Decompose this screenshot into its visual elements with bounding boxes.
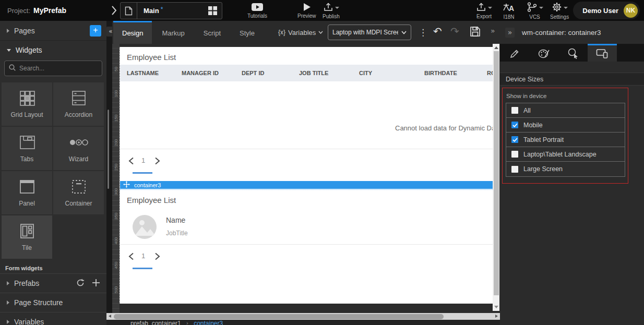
scroll-left-arrow-icon[interactable] bbox=[109, 315, 111, 318]
publish-button[interactable]: Publish bbox=[323, 2, 340, 20]
device-row-large-screen[interactable]: Large Screen bbox=[506, 162, 625, 176]
list-item-subtitle: JobTitle bbox=[166, 230, 188, 237]
next-page-icon[interactable] bbox=[154, 157, 160, 167]
scroll-down-arrow-icon[interactable] bbox=[494, 306, 498, 308]
tile-icon bbox=[18, 223, 36, 239]
variables-x-icon: {x} bbox=[278, 29, 285, 36]
device-row-mobile[interactable]: Mobile bbox=[506, 118, 625, 133]
tab-styles[interactable] bbox=[529, 44, 558, 62]
device-row-laptop-tablet-landscape[interactable]: Laptop\Tablet Landscape bbox=[506, 147, 625, 162]
checkbox-mobile[interactable] bbox=[511, 122, 518, 128]
palette-icon bbox=[538, 49, 550, 59]
tab-properties[interactable] bbox=[500, 44, 529, 62]
export-button[interactable]: Export bbox=[476, 2, 492, 20]
widget-tile-container[interactable]: Container bbox=[53, 171, 104, 214]
prev-page-icon[interactable] bbox=[128, 252, 134, 262]
add-prefab-icon[interactable] bbox=[92, 279, 100, 288]
collapsed-arrow-icon bbox=[7, 29, 9, 33]
form-widgets-label: Form widgets bbox=[0, 259, 106, 273]
wavemaker-studio: Project: MyPrefab Main * Tutorials bbox=[0, 0, 644, 325]
settings-button[interactable]: Settings bbox=[550, 2, 569, 20]
more-options-kebab[interactable]: ⋮ bbox=[419, 27, 427, 38]
widget-tile-panel[interactable]: Panel bbox=[2, 171, 52, 214]
widget-tile-grid-layout[interactable]: Grid Layout bbox=[2, 82, 52, 126]
pages-section-label: Pages bbox=[14, 27, 35, 35]
add-page-button[interactable]: + bbox=[90, 25, 101, 37]
move-handle-icon[interactable] bbox=[123, 180, 130, 190]
checkbox-tablet-portrait[interactable] bbox=[511, 136, 518, 143]
i18n-button[interactable]: A I18N bbox=[502, 2, 516, 20]
page-tab-main[interactable]: Main * bbox=[120, 2, 222, 19]
tutorials-button[interactable]: Tutorials bbox=[247, 2, 267, 20]
chevron-right-icon[interactable] bbox=[111, 5, 117, 18]
pages-grid-icon[interactable] bbox=[208, 6, 217, 15]
tab-script[interactable]: Script bbox=[195, 21, 230, 44]
canvas-vertical-scrollbar[interactable] bbox=[493, 44, 499, 311]
vertical-scrollbar-thumb[interactable] bbox=[494, 51, 499, 295]
sidebar-scrollbar-thumb[interactable] bbox=[108, 110, 109, 189]
widget-tile-tile[interactable]: Tile bbox=[2, 215, 52, 259]
undo-button[interactable]: ↶ bbox=[433, 25, 442, 38]
devices-icon bbox=[596, 49, 609, 58]
sidebar-section-variables[interactable]: Variables bbox=[0, 312, 106, 325]
datatable-header[interactable]: LASTNAME MANAGER ID DEPT ID JOB TITLE CI… bbox=[120, 65, 493, 81]
expand-panel-button[interactable]: » bbox=[505, 28, 515, 38]
sidebar-section-pages[interactable]: Pages + bbox=[0, 21, 106, 41]
breadcrumb-current[interactable]: container3 bbox=[194, 320, 223, 325]
canvas-horizontal-scrollbar[interactable] bbox=[106, 313, 500, 320]
checkbox-laptop-tablet-landscape[interactable] bbox=[511, 151, 518, 158]
vcs-button[interactable]: VCS bbox=[526, 2, 543, 20]
sidebar-section-widgets[interactable]: Widgets bbox=[0, 41, 106, 59]
page-doc-icon[interactable] bbox=[121, 3, 137, 19]
properties-tabs bbox=[500, 44, 644, 62]
user-menu[interactable]: Demo User NK bbox=[573, 2, 640, 19]
column-header: LASTNAME bbox=[127, 70, 182, 76]
tab-device-sizes[interactable] bbox=[588, 44, 617, 62]
widget-tile-label: Panel bbox=[19, 200, 35, 207]
refresh-icon[interactable] bbox=[76, 279, 85, 288]
settings-label: Settings bbox=[550, 14, 569, 20]
tab-design[interactable]: Design bbox=[113, 21, 152, 44]
checkbox-all[interactable] bbox=[511, 107, 518, 114]
scroll-right-arrow-icon[interactable] bbox=[495, 315, 498, 318]
prev-page-icon[interactable] bbox=[128, 157, 134, 167]
tab-markup[interactable]: Markup bbox=[153, 21, 193, 44]
horizontal-scrollbar-thumb[interactable] bbox=[114, 314, 444, 319]
scroll-up-arrow-icon[interactable] bbox=[494, 46, 498, 49]
device-label: All bbox=[523, 107, 531, 114]
project-label: Project: bbox=[7, 7, 30, 15]
page-tab-label: Main bbox=[144, 7, 159, 15]
variables-dropdown[interactable]: {x} Variables bbox=[278, 21, 323, 44]
page-number[interactable]: 1 bbox=[141, 157, 145, 164]
list-item[interactable]: Name JobTitle bbox=[120, 208, 493, 244]
chevron-down-icon bbox=[401, 31, 407, 34]
next-page-icon[interactable] bbox=[154, 252, 160, 262]
device-row-all[interactable]: All bbox=[506, 103, 625, 118]
device-row-tablet-portrait[interactable]: Tablet Portrait bbox=[506, 133, 625, 147]
widget-search[interactable] bbox=[4, 61, 102, 76]
tab-style[interactable]: Style bbox=[231, 21, 264, 44]
sidebar-section-page-structure[interactable]: Page Structure bbox=[0, 293, 106, 312]
selected-widget-bar[interactable]: container3 bbox=[120, 180, 493, 189]
settings-gear-icon bbox=[552, 2, 562, 13]
sidebar-section-prefabs[interactable]: Prefabs bbox=[0, 273, 106, 293]
list-item-name: Name bbox=[166, 215, 188, 224]
save-button[interactable] bbox=[470, 26, 481, 39]
tab-events[interactable] bbox=[558, 44, 588, 62]
search-input[interactable] bbox=[19, 65, 100, 72]
datatable-title: Employee List bbox=[120, 47, 493, 65]
properties-panel: » wm-container: container3 Device Sizes … bbox=[500, 21, 644, 325]
widget-tile-wizard[interactable]: Wizard bbox=[53, 127, 104, 170]
preview-button[interactable]: Preview bbox=[297, 2, 316, 20]
properties-panel-header: » wm-container: container3 bbox=[500, 21, 644, 44]
page-number[interactable]: 1 bbox=[141, 252, 145, 260]
widget-tile-tabs[interactable]: Tabs bbox=[2, 127, 52, 170]
breadcrumb-parent[interactable]: prefab_container1 bbox=[130, 320, 181, 325]
redo-button[interactable]: ↷ bbox=[450, 25, 459, 38]
checkbox-large-screen[interactable] bbox=[511, 166, 518, 173]
chevron-down-icon bbox=[318, 31, 323, 34]
expand-toolbar-button[interactable]: » bbox=[491, 27, 495, 35]
device-preview-select[interactable]: Laptop with MDPI Screen bbox=[328, 25, 411, 40]
widget-tile-accordion[interactable]: Accordion bbox=[53, 82, 104, 126]
widget-tile-label: Container bbox=[65, 200, 92, 207]
